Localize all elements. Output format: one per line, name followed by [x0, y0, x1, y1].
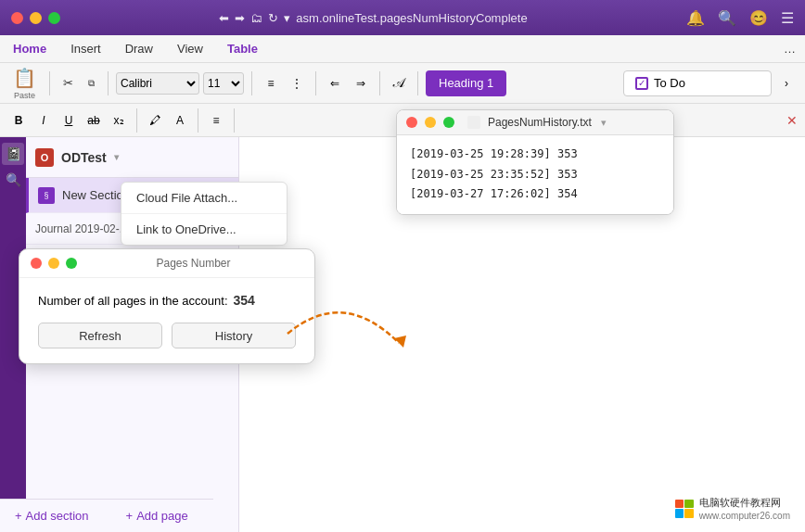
list-btn[interactable]: ≡	[260, 73, 282, 94]
toolbar-row1: 📋 Paste ✂ ⧉ Calibri 11 ≡ ⋮ ⇐ ⇒ 𝒜 Heading…	[0, 63, 805, 104]
outdent-btn[interactable]: ⇐	[324, 73, 346, 94]
traffic-lights	[11, 12, 60, 24]
journal-label: Journal 2019-02-...	[35, 222, 129, 235]
todo-checkbox-icon: ✓	[635, 77, 648, 90]
expand-btn[interactable]: ›	[775, 73, 798, 94]
add-page-icon: +	[126, 509, 134, 523]
menu-icon[interactable]: ☰	[781, 9, 794, 27]
menu-more[interactable]: …	[784, 42, 796, 56]
user-icon[interactable]: 😊	[749, 9, 768, 27]
watermark-label: 电脑软硬件教程网 www.computer26.com	[699, 496, 790, 521]
sep5	[379, 71, 380, 95]
font-selector[interactable]: Calibri	[116, 72, 199, 95]
heading-button[interactable]: Heading 1	[426, 70, 506, 96]
hw-close-btn[interactable]	[406, 117, 417, 128]
dialog-body: Number of all pages in the account: 354 …	[19, 278, 314, 363]
sep7	[136, 108, 137, 133]
sep6	[417, 71, 418, 95]
fullscreen-button[interactable]	[48, 12, 60, 24]
file-icon	[467, 116, 480, 129]
italic-btn[interactable]: I	[32, 110, 55, 131]
notebooks-icon[interactable]: 📓	[2, 143, 24, 165]
ordered-list-btn[interactable]: ⋮	[286, 73, 308, 94]
dialog-close-btn[interactable]	[31, 258, 42, 269]
cut-button[interactable]: ✂	[58, 73, 79, 93]
bottom-bar: + Add section + Add page	[0, 499, 213, 532]
style-btn[interactable]: 𝒜	[388, 73, 410, 94]
font-size-selector[interactable]: 11	[203, 72, 244, 95]
paste-button[interactable]: 📋	[7, 67, 42, 89]
title-icons: 🔔 🔍 😊 ☰	[686, 9, 794, 27]
add-page-button[interactable]: + Add page	[126, 509, 188, 523]
dialog-fullscreen-btn[interactable]	[66, 258, 77, 269]
todo-label: To Do	[654, 76, 685, 90]
close-toolbar-btn[interactable]: ✕	[786, 113, 798, 128]
todo-button[interactable]: ✓ To Do	[623, 70, 772, 96]
dialog-title-bar: Pages Number	[19, 249, 314, 278]
search-sidebar-icon[interactable]: 🔍	[2, 169, 24, 191]
copy-button[interactable]: ⧉	[83, 75, 100, 92]
refresh-button[interactable]: Refresh	[38, 323, 162, 348]
menu-bar: Home Insert Draw View Table …	[0, 35, 805, 63]
sep3	[251, 71, 252, 95]
history-window: PagesNumHistory.txt ▾ [2019-03-25 19:28:…	[396, 109, 674, 215]
add-page-label: Add page	[136, 509, 188, 523]
windows-logo-icon	[675, 500, 694, 518]
close-button[interactable]	[11, 12, 23, 24]
hw-title-bar: PagesNumHistory.txt ▾	[397, 110, 673, 135]
notebook-header[interactable]: O ODTest ▾	[26, 137, 238, 178]
ctx-onedrive-link[interactable]: Link to OneDrive...	[121, 214, 287, 245]
font-color-btn[interactable]: A	[169, 110, 191, 131]
dialog-title: Pages Number	[83, 257, 303, 270]
bell-icon[interactable]: 🔔	[686, 9, 705, 27]
notebook-chevron: ▾	[114, 152, 119, 162]
menu-home[interactable]: Home	[9, 40, 50, 57]
pages-number-dialog: Pages Number Number of all pages in the …	[19, 248, 315, 364]
add-section-button[interactable]: + Add section	[15, 509, 89, 523]
menu-table[interactable]: Table	[224, 40, 262, 57]
history-filename: PagesNumHistory.txt	[488, 116, 592, 129]
title-bar: ⬅ ➡ 🗂 ↻ ▾ asm.onlineTest.pagesNumHistory…	[0, 0, 805, 35]
page-count-value: 354	[234, 293, 255, 308]
dropdown-arrow[interactable]: ▾	[601, 117, 607, 129]
section-icon: §	[38, 187, 55, 204]
sep1	[49, 71, 50, 95]
history-entry-0: [2019-03-25 19:28:39] 353	[410, 145, 660, 165]
subscript-btn[interactable]: x₂	[108, 110, 130, 131]
page-count-row: Number of all pages in the account: 354	[38, 293, 296, 308]
page-count-desc: Number of all pages in the account:	[38, 294, 228, 308]
ctx-cloud-attach[interactable]: Cloud File Attach...	[121, 183, 287, 214]
history-body: [2019-03-25 19:28:39] 353 [2019-03-25 23…	[397, 135, 673, 214]
minimize-button[interactable]	[30, 12, 42, 24]
notebook-icon: O	[35, 148, 54, 167]
dialog-buttons: Refresh History	[38, 323, 296, 348]
menu-insert[interactable]: Insert	[67, 40, 105, 57]
paste-group: 📋 Paste	[7, 67, 42, 100]
underline-btn[interactable]: U	[58, 110, 80, 131]
hw-min-btn[interactable]	[425, 117, 436, 128]
menu-view[interactable]: View	[173, 40, 207, 57]
history-entry-2: [2019-03-27 17:26:02] 354	[410, 184, 660, 205]
history-button[interactable]: History	[172, 323, 296, 348]
context-menu: Cloud File Attach... Link to OneDrive...	[121, 182, 288, 246]
indent-btn[interactable]: ⇒	[350, 73, 372, 94]
hw-full-btn[interactable]	[443, 117, 454, 128]
strikethrough-btn[interactable]: ab	[83, 110, 105, 131]
menu-draw[interactable]: Draw	[121, 40, 157, 57]
sep2	[108, 71, 109, 95]
watermark: 电脑软硬件教程网 www.computer26.com	[668, 492, 798, 525]
search-icon[interactable]: 🔍	[718, 9, 736, 27]
bold-btn[interactable]: B	[7, 110, 30, 131]
sep4	[315, 71, 316, 95]
sep8	[198, 108, 198, 133]
sep9	[234, 108, 235, 133]
app-title: asm.onlineTest.pagesNumHistoryComplete	[296, 11, 527, 25]
add-section-icon: +	[15, 509, 22, 523]
dialog-minimize-btn[interactable]	[48, 258, 59, 269]
highlight-btn[interactable]: 🖍	[144, 110, 166, 131]
window-title: ⬅ ➡ 🗂 ↻ ▾ asm.onlineTest.pagesNumHistory…	[60, 11, 686, 25]
notebook-name: ODTest	[61, 150, 107, 165]
add-section-label: Add section	[26, 509, 89, 523]
align-btn[interactable]: ≡	[205, 110, 227, 131]
history-entry-1: [2019-03-25 23:35:52] 353	[410, 165, 660, 185]
